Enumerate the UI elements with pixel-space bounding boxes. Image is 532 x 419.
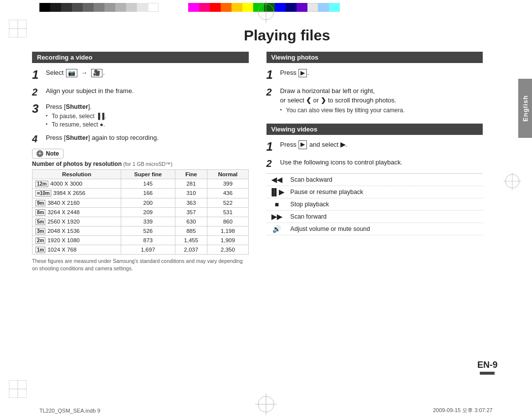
super-fine-cell: 526 [121, 226, 175, 235]
note-label: Note [46, 150, 59, 157]
normal-cell: 1,198 [207, 226, 248, 235]
fine-cell: 357 [175, 207, 207, 217]
fine-cell: 363 [175, 198, 207, 207]
col-fine: Fine [175, 169, 207, 179]
table-row: 5m2560 X 1920 339 630 860 [33, 217, 249, 226]
super-fine-cell: 873 [121, 235, 175, 245]
table-row: 3m2048 X 1536 526 885 1,198 [33, 226, 249, 235]
step-3-bullet-1: To pause, select ▐▐. [46, 112, 249, 121]
grayscale-strip [39, 3, 159, 12]
control-row: ◀◀ Scan backward [266, 174, 483, 186]
crosshair-bottom [255, 393, 277, 417]
resolution-cell: 2m1920 X 1080 [33, 235, 121, 245]
fine-cell: 1,455 [175, 235, 207, 245]
control-label: Adjust volume or mute sound [287, 223, 483, 235]
step-2-content: Align your subject in the frame. [46, 86, 249, 96]
normal-cell: 1,909 [207, 235, 248, 245]
control-icon: ▐▌▶ [266, 186, 288, 198]
reg-mark-bottom-left [9, 380, 27, 399]
controls-table: ◀◀ Scan backward ▐▌▶ Pause or resume pla… [266, 173, 483, 235]
vp-step-2-content: Draw a horizontal bar left or right, or … [280, 86, 483, 115]
step-3: 3 Press [Shutter]. To pause, select ▐▐. … [32, 102, 249, 129]
fine-cell: 630 [175, 217, 207, 226]
resolution-cell: ⌗10m3984 X 2656 [33, 188, 121, 198]
date-info: 2009-09-15 오후 3:07:27 [433, 407, 493, 414]
step-1: 1 Select 📷 → 🎥. [32, 68, 249, 82]
video-icon: 🎥 [91, 69, 102, 78]
table-title: Number of photos by resolution (for 1 GB… [32, 161, 249, 167]
vp-step-1-content: Press ▶. [280, 68, 483, 78]
camera-icon: 📷 [66, 69, 77, 78]
step-2: 2 Align your subject in the frame. [32, 86, 249, 98]
step-3-bullets: To pause, select ▐▐. To resume, select ●… [46, 112, 249, 129]
super-fine-cell: 1,697 [121, 245, 175, 254]
vp-step-1: 1 Press ▶. [266, 68, 483, 82]
super-fine-cell: 166 [121, 188, 175, 198]
step-2-number: 2 [32, 86, 46, 98]
resolution-table: Resolution Super fine Fine Normal 12m400… [32, 169, 249, 255]
normal-cell: 522 [207, 198, 248, 207]
note-icon: + [36, 150, 43, 157]
normal-cell: 399 [207, 179, 248, 188]
vv-step-1-content: Press ▶ and select ▶. [280, 140, 483, 150]
control-row: 🔊 Adjust volume or mute sound [266, 223, 483, 235]
reg-mark-right [503, 172, 521, 192]
play-icon: ▶ [299, 69, 307, 78]
col-normal: Normal [207, 169, 248, 179]
note-box: + Note [32, 149, 249, 159]
play-btn-icon: ▶ [299, 140, 307, 149]
fine-cell: 885 [175, 226, 207, 235]
viewing-photos-header: Viewing photos [266, 52, 483, 63]
left-column: Recording a video 1 Select 📷 → 🎥. 2 Alig… [32, 52, 249, 272]
table-row: 8m3264 X 2448 209 357 531 [33, 207, 249, 217]
vv-step-2-content: Use the following icons to control playb… [280, 158, 483, 167]
language-side-tab: English [518, 79, 532, 138]
step-3-bullet-2: To resume, select ●. [46, 121, 249, 129]
col-resolution: Resolution [33, 169, 121, 179]
resolution-cell: 1m1024 X 768 [33, 245, 121, 254]
control-label: Scan forward [287, 211, 483, 223]
table-row: ⌗10m3984 X 2656 166 310 436 [33, 188, 249, 198]
vv-step-2-num: 2 [266, 158, 280, 169]
super-fine-cell: 339 [121, 217, 175, 226]
col-superfine: Super fine [121, 169, 175, 179]
viewing-videos-header: Viewing videos [266, 124, 483, 135]
fine-cell: 281 [175, 179, 207, 188]
page-title: Playing files [244, 27, 483, 44]
table-row: 9m3840 X 2160 200 363 522 [33, 198, 249, 207]
fine-cell: 2,037 [175, 245, 207, 254]
vv-step-2: 2 Use the following icons to control pla… [266, 158, 483, 169]
normal-cell: 436 [207, 188, 248, 198]
step-1-number: 1 [32, 68, 46, 82]
step-4: 4 Press [Shutter] again to stop recordin… [32, 133, 249, 145]
step-3-number: 3 [32, 102, 46, 116]
resolution-cell: 8m3264 X 2448 [33, 207, 121, 217]
file-info: TL220_QSM_SEA.indb 9 [39, 408, 100, 414]
control-row: ■ Stop playback [266, 198, 483, 211]
control-row: ▐▌▶ Pause or resume playback [266, 186, 483, 198]
table-row: 1m1024 X 768 1,697 2,037 2,350 [33, 245, 249, 254]
vp-step-2: 2 Draw a horizontal bar left or right, o… [266, 86, 483, 115]
recording-section-header: Recording a video [32, 52, 249, 63]
normal-cell: 2,350 [207, 245, 248, 254]
language-label: English [522, 95, 529, 122]
two-column-layout: Recording a video 1 Select 📷 → 🎥. 2 Alig… [32, 52, 483, 272]
resolution-cell: 12m4000 X 3000 [33, 179, 121, 188]
table-row: 2m1920 X 1080 873 1,455 1,909 [33, 235, 249, 245]
resolution-cell: 5m2560 X 1920 [33, 217, 121, 226]
vv-step-1: 1 Press ▶ and select ▶. [266, 140, 483, 154]
main-content: Playing files Recording a video 1 Select… [32, 27, 483, 394]
vp-step-2-bullets: You can also view files by tilting your … [280, 106, 483, 115]
step-4-number: 4 [32, 133, 46, 145]
control-icon: ◀◀ [266, 174, 288, 186]
control-icon: 🔊 [266, 223, 288, 235]
reg-mark-top-left [9, 20, 27, 39]
step-1-content: Select 📷 → 🎥. [46, 68, 249, 78]
control-label: Stop playback [287, 198, 483, 211]
vp-step-2-num: 2 [266, 86, 280, 98]
control-icon: ■ [266, 198, 288, 211]
vv-step-1-num: 1 [266, 140, 280, 154]
resolution-cell: 9m3840 X 2160 [33, 198, 121, 207]
control-row: ▶▶ Scan forward [266, 211, 483, 223]
control-label: Scan backward [287, 174, 483, 186]
